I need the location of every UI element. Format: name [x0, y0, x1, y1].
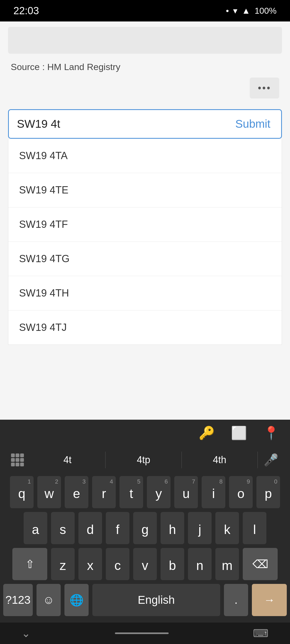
source-label: Source : HM Land Registry — [0, 54, 290, 75]
key-t[interactable]: 5t — [119, 476, 143, 508]
keyboard-keys: 1q 2w 3e 4r 5t 6y 7u 8i 9o 0p a s d f g … — [0, 473, 290, 623]
battery-icon: 100% — [255, 6, 277, 16]
key-i[interactable]: 8i — [202, 476, 225, 508]
key-m[interactable]: m — [215, 548, 239, 580]
key-v[interactable]: v — [133, 548, 157, 580]
nav-bar: ⌄ ⌨ — [0, 623, 290, 644]
home-bar[interactable] — [115, 632, 169, 634]
key-k[interactable]: k — [215, 512, 239, 544]
key-z[interactable]: z — [51, 548, 75, 580]
enter-key[interactable]: → — [252, 584, 287, 616]
key-f[interactable]: f — [106, 512, 129, 544]
search-input[interactable] — [17, 118, 233, 130]
svg-rect-2 — [20, 453, 24, 457]
shift-key[interactable]: ⇧ — [12, 548, 47, 580]
autocomplete-item-4[interactable]: SW19 4TH — [8, 276, 282, 310]
key-row-3: ⇧ z x c v b n m ⌫ — [3, 548, 287, 580]
autocomplete-list: SW19 4TA SW19 4TE SW19 4TF SW19 4TG SW19… — [8, 139, 282, 345]
key-g[interactable]: g — [133, 512, 157, 544]
num-key[interactable]: ?123 — [3, 584, 33, 616]
svg-rect-3 — [11, 458, 15, 462]
signal-icon: ▲ — [242, 6, 250, 16]
autocomplete-item-1[interactable]: SW19 4TE — [8, 173, 282, 207]
suggestion-2[interactable]: 4th — [182, 452, 258, 468]
autocomplete-item-0[interactable]: SW19 4TA — [8, 139, 282, 173]
top-card — [8, 27, 282, 54]
notification-dot-icon: • — [226, 6, 229, 16]
keyboard-layout-icon[interactable] — [5, 453, 30, 467]
content-area: Source : HM Land Registry ••• Submit SW1… — [0, 21, 290, 420]
status-bar: 22:03 • ▾ ▲ 100% — [0, 0, 290, 21]
autocomplete-item-3[interactable]: SW19 4TG — [8, 242, 282, 276]
key-q[interactable]: 1q — [10, 476, 34, 508]
period-key[interactable]: . — [224, 584, 248, 616]
space-key[interactable]: English — [92, 584, 220, 616]
key-icon[interactable]: 🔑 — [199, 426, 215, 441]
key-s[interactable]: s — [51, 512, 75, 544]
key-l[interactable]: l — [243, 512, 266, 544]
svg-rect-7 — [16, 463, 19, 466]
key-n[interactable]: n — [188, 548, 212, 580]
status-icons: • ▾ ▲ 100% — [226, 6, 277, 16]
microphone-icon[interactable]: 🎤 — [258, 453, 285, 467]
backspace-key[interactable]: ⌫ — [243, 548, 278, 580]
keyboard-toolbar: 🔑 ⬜ 📍 — [0, 420, 290, 447]
autocomplete-item-2[interactable]: SW19 4TF — [8, 207, 282, 242]
card-icon[interactable]: ⬜ — [231, 426, 247, 441]
svg-rect-4 — [16, 458, 19, 462]
key-p[interactable]: 0p — [256, 476, 280, 508]
autocomplete-item-5[interactable]: SW19 4TJ — [8, 310, 282, 345]
key-x[interactable]: x — [78, 548, 102, 580]
key-row-2: a s d f g h j k l — [3, 512, 287, 544]
location-icon[interactable]: 📍 — [263, 426, 279, 441]
keyboard: 🔑 ⬜ 📍 4t 4tp 4th 🎤 1q 2w — [0, 420, 290, 644]
key-u[interactable]: 7u — [174, 476, 198, 508]
key-b[interactable]: b — [161, 548, 184, 580]
key-y[interactable]: 6y — [147, 476, 171, 508]
status-time: 22:03 — [13, 5, 39, 17]
key-row-1: 1q 2w 3e 4r 5t 6y 7u 8i 9o 0p — [3, 476, 287, 508]
wifi-icon: ▾ — [233, 6, 237, 16]
key-c[interactable]: c — [106, 548, 129, 580]
key-o[interactable]: 9o — [229, 476, 253, 508]
globe-key[interactable]: 🌐 — [64, 584, 89, 616]
more-options-row: ••• — [0, 75, 290, 104]
svg-rect-8 — [20, 463, 24, 466]
svg-rect-5 — [20, 458, 24, 462]
suggestion-0[interactable]: 4t — [30, 452, 106, 468]
key-row-4: ?123 ☺ 🌐 English . → — [3, 584, 287, 616]
key-h[interactable]: h — [161, 512, 184, 544]
key-j[interactable]: j — [188, 512, 212, 544]
emoji-key[interactable]: ☺ — [37, 584, 61, 616]
back-nav-icon[interactable]: ⌄ — [21, 627, 31, 639]
key-a[interactable]: a — [24, 512, 47, 544]
suggestion-1[interactable]: 4tp — [106, 452, 182, 468]
svg-rect-6 — [11, 463, 15, 466]
key-r[interactable]: 4r — [92, 476, 116, 508]
svg-rect-0 — [11, 453, 15, 457]
submit-button[interactable]: Submit — [233, 115, 273, 133]
search-container: Submit — [8, 109, 282, 139]
key-w[interactable]: 2w — [37, 476, 61, 508]
key-d[interactable]: d — [78, 512, 102, 544]
keyboard-nav-icon[interactable]: ⌨ — [253, 627, 269, 639]
more-options-button[interactable]: ••• — [250, 78, 279, 98]
suggestions-row: 4t 4tp 4th 🎤 — [0, 447, 290, 473]
svg-rect-1 — [16, 453, 19, 457]
key-e[interactable]: 3e — [65, 476, 88, 508]
